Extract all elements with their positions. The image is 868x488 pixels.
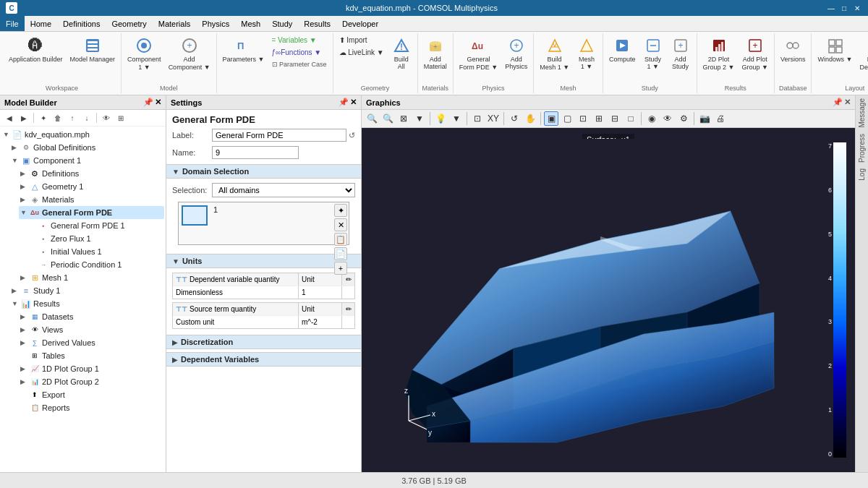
domain-tool-copy[interactable]: 📄 xyxy=(334,247,347,260)
gfx-view-mode-2[interactable]: ▢ xyxy=(560,111,574,126)
ribbon-versions[interactable]: Versions xyxy=(778,35,809,65)
gfx-view-mode-4[interactable]: ⊞ xyxy=(592,111,606,126)
mb-add-node-button[interactable]: ✦ xyxy=(37,111,50,124)
gfx-view-mode-3[interactable]: ⊡ xyxy=(576,111,590,126)
ribbon-windows[interactable]: Windows ▼ xyxy=(814,35,855,65)
menu-home[interactable]: Home xyxy=(25,16,57,31)
gfx-zoom-out[interactable]: 🔍 xyxy=(380,111,395,126)
ribbon-study-1[interactable]: Study1 ▼ xyxy=(640,35,666,72)
units-source-edit[interactable]: ✏ xyxy=(341,303,354,315)
gfx-reset-highlight[interactable]: ◉ xyxy=(644,111,659,126)
gfx-rotate-button[interactable]: ↺ xyxy=(507,111,522,126)
close-button[interactable]: ✕ xyxy=(852,3,862,13)
tree-reports[interactable]: 📋 Reports xyxy=(19,401,164,414)
domain-item-1[interactable] xyxy=(182,205,208,226)
ribbon-compute[interactable]: Compute xyxy=(606,35,639,65)
gfx-view-xy[interactable]: XY xyxy=(486,111,501,126)
menu-definitions[interactable]: Definitions xyxy=(57,16,106,31)
tree-views[interactable]: ▶ 👁 Views xyxy=(19,323,164,336)
gfx-scene-dropdown[interactable]: ▼ xyxy=(449,111,464,126)
ribbon-model-manager[interactable]: Model Manager xyxy=(67,35,119,66)
settings-name-input[interactable] xyxy=(212,146,299,159)
tree-general-form-pde-1[interactable]: ▪ General Form PDE 1 xyxy=(27,219,164,232)
ribbon-reset-desktop[interactable]: ResetDesktop ▼ xyxy=(856,35,868,74)
tree-results[interactable]: ▼ 📊 Results xyxy=(10,297,164,310)
domain-tool-add[interactable]: + xyxy=(334,262,347,275)
tree-geometry-1[interactable]: ▶ △ Geometry 1 xyxy=(19,180,164,193)
ribbon-application-builder[interactable]: 🅐 Application Builder xyxy=(6,35,66,66)
message-label[interactable]: Message xyxy=(856,95,867,131)
ribbon-general-form-pde[interactable]: Δu GeneralForm PDE ▼ xyxy=(456,35,501,74)
gfx-print-btn[interactable]: 🖨 xyxy=(713,111,728,126)
gfx-view-mode-1[interactable]: ▣ xyxy=(544,111,558,126)
settings-reset-button[interactable]: ↺ xyxy=(349,131,355,140)
mb-delete-button[interactable]: 🗑 xyxy=(51,111,64,124)
units-dep-var-edit[interactable]: ✏ xyxy=(341,273,354,286)
tree-zero-flux-1[interactable]: ▪ Zero Flux 1 xyxy=(27,232,164,245)
tree-study-1[interactable]: ▶ ≡ Study 1 xyxy=(10,284,164,297)
mb-forward-button[interactable]: ▶ xyxy=(17,111,30,124)
menu-developer[interactable]: Developer xyxy=(336,16,384,31)
menu-study[interactable]: Study xyxy=(266,16,298,31)
tree-mesh-1[interactable]: ▶ ⊞ Mesh 1 xyxy=(19,271,164,284)
tree-2d-plot-group-2[interactable]: ▶ 📊 2D Plot Group 2 xyxy=(19,375,164,388)
ribbon-add-study[interactable]: + AddStudy xyxy=(668,35,694,72)
gfx-scene-light[interactable]: 💡 xyxy=(433,111,448,126)
tree-tables[interactable]: ⊞ Tables xyxy=(19,349,164,362)
tree-general-form-pde[interactable]: ▼ Δu General Form PDE xyxy=(19,206,164,219)
mb-close-button[interactable]: ✕ xyxy=(155,98,161,107)
mb-show-button[interactable]: 👁 xyxy=(100,111,113,124)
mb-move-up-button[interactable]: ↑ xyxy=(66,111,79,124)
ribbon-build-all[interactable]: BuildAll xyxy=(388,35,414,72)
gfx-view-top[interactable]: ⊡ xyxy=(470,111,485,126)
tree-global-definitions[interactable]: ▶ ⚙ Global Definitions xyxy=(10,141,164,154)
ribbon-functions[interactable]: ƒ∞Functions ▼ xyxy=(269,47,330,58)
ribbon-2d-plot-group[interactable]: 2D PlotGroup 2 ▼ xyxy=(700,35,738,74)
units-section-header[interactable]: ▼ Units xyxy=(166,254,361,268)
minimize-button[interactable]: — xyxy=(826,3,836,13)
graphics-close-button[interactable]: ✕ xyxy=(844,98,851,107)
domain-tool-deselect[interactable]: ✕ xyxy=(334,218,347,231)
menu-physics[interactable]: Physics xyxy=(196,16,235,31)
tree-1d-plot-group-1[interactable]: ▶ 📈 1D Plot Group 1 xyxy=(19,362,164,375)
domain-tool-paste[interactable]: 📋 xyxy=(334,233,347,246)
tree-export[interactable]: ⬆ Export xyxy=(19,388,164,401)
ribbon-add-plot-group[interactable]: + Add PlotGroup ▼ xyxy=(739,35,771,74)
graphics-pin-button[interactable]: 📌 xyxy=(833,98,843,107)
mb-split-button[interactable]: ⊞ xyxy=(114,111,127,124)
ribbon-mesh[interactable]: Mesh1 ▼ xyxy=(574,35,600,72)
settings-pin-button[interactable]: 📌 xyxy=(339,98,349,107)
gfx-zoom-in[interactable]: 🔍 xyxy=(365,111,379,126)
menu-geometry[interactable]: Geometry xyxy=(106,16,152,31)
progress-label[interactable]: Progress xyxy=(856,131,867,166)
ribbon-add-component[interactable]: + AddComponent ▼ xyxy=(166,35,213,74)
tree-definitions[interactable]: ▶ ⚙ Definitions xyxy=(19,167,164,180)
ribbon-add-material[interactable]: + AddMaterial xyxy=(421,35,450,72)
domain-selection-section-header[interactable]: ▼ Domain Selection xyxy=(166,164,361,179)
menu-file[interactable]: File xyxy=(0,16,25,31)
discretization-section-header[interactable]: ▶ Discretization xyxy=(166,335,361,349)
ribbon-livelink[interactable]: ☁ LiveLink ▼ xyxy=(336,47,387,58)
ribbon-variables[interactable]: = Variables ▼ xyxy=(269,35,330,46)
gfx-view-mode-6[interactable]: □ xyxy=(624,111,638,126)
dependent-variables-section-header[interactable]: ▶ Dependent Variables xyxy=(166,352,361,367)
gfx-camera-btn[interactable]: 📷 xyxy=(697,111,712,126)
tree-initial-values-1[interactable]: ▪ Initial Values 1 xyxy=(27,245,164,258)
gfx-zoom-dropdown[interactable]: ▼ xyxy=(412,111,427,126)
ribbon-build-mesh[interactable]: BuildMesh 1 ▼ xyxy=(537,35,572,74)
graphics-canvas[interactable]: Surface: -u1 xyxy=(362,128,855,472)
menu-results[interactable]: Results xyxy=(298,16,336,31)
menu-materials[interactable]: Materials xyxy=(153,16,197,31)
domain-tool-select-all[interactable]: ✦ xyxy=(334,204,347,217)
ribbon-parameter-case[interactable]: ⊡ Parameter Case xyxy=(269,59,330,69)
mb-move-down-button[interactable]: ↓ xyxy=(80,111,93,124)
gfx-pan-button[interactable]: ✋ xyxy=(523,111,537,126)
mb-pin-button[interactable]: 📌 xyxy=(143,98,153,107)
ribbon-parameters[interactable]: Π Parameters ▼ xyxy=(220,35,268,65)
tree-derived-values[interactable]: ▶ ∑ Derived Values xyxy=(19,336,164,349)
tree-root[interactable]: ▼ 📄 kdv_equation.mph xyxy=(1,128,164,141)
gfx-hide-geom[interactable]: 👁 xyxy=(660,111,675,126)
tree-datasets[interactable]: ▶ ▦ Datasets xyxy=(19,310,164,323)
gfx-settings-btn[interactable]: ⚙ xyxy=(676,111,691,126)
ribbon-add-physics[interactable]: + AddPhysics xyxy=(502,35,530,72)
